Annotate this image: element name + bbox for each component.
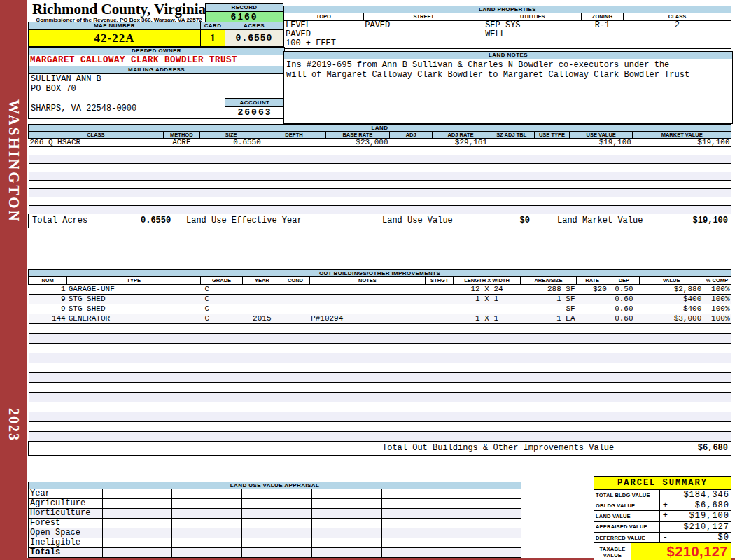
record-value: 6160 — [206, 12, 283, 22]
acres-value: 0.6550 — [225, 30, 283, 46]
land-header-row: CLASSMETHODSIZEDEPTHBASE RATEADJADJ RATE… — [29, 132, 732, 139]
owner-section: DEEDED OWNER MARGARET CALLOWAY CLARK BOW… — [28, 47, 285, 119]
empty-row — [29, 422, 732, 432]
county-header: Richmond County, Virginia Commissioner o… — [31, 1, 206, 23]
column-header: LENGTH X WIDTH — [454, 277, 520, 285]
account-box: ACCOUNT 26063 — [225, 98, 285, 118]
address-line: PO BOX 70 — [29, 84, 284, 94]
column-header: GRADE — [200, 277, 242, 285]
land-use-appraisal-title: LAND USE VALUE APPRAISAL — [29, 482, 522, 489]
record-box: RECORD 6160 — [205, 4, 284, 23]
parcel-summary-title: PARCEL SUMMARY — [594, 476, 732, 490]
empty-row — [29, 334, 732, 344]
land-use-effective-year-label: Land Use Effective Year — [186, 214, 302, 227]
column-header: ADJ — [390, 132, 433, 139]
land-use-appraisal-row: Horticulture — [29, 509, 522, 519]
column-header: BASE RATE — [326, 132, 389, 139]
parcel-summary-row: DEFERRED VALUE-$0 — [594, 533, 732, 543]
mailing-address-label: MAILING ADDRESS — [29, 66, 284, 74]
out-building-row: 144GENERATORC2015P#102941 X 11 EA0.60$3,… — [29, 314, 732, 324]
land-properties-header-row: TOPOSTREETUTILITIESZONINGCLASS — [284, 13, 732, 21]
land-properties-table: LAND PROPERTIES TOPOSTREETUTILITIESZONIN… — [284, 6, 732, 49]
parcel-summary-row: OBLDG VALUE+$6,680 — [594, 500, 732, 511]
parcel-summary-table: TOTAL BLDG VALUE$184,346OBLDG VALUE+$6,6… — [594, 489, 732, 543]
taxable-value: $210,127 — [631, 543, 731, 560]
card-label: CARD — [201, 22, 225, 30]
map-number-box: MAP NUMBER 42-22A — [28, 22, 201, 47]
land-notes-label: LAND NOTES — [284, 52, 732, 59]
map-number-value: 42-22A — [29, 30, 200, 46]
parcel-summary-row: TOTAL BLDG VALUE$184,346 — [594, 490, 732, 500]
sidebar: WASHINGTON 2023 — [0, 0, 27, 560]
empty-row — [29, 324, 732, 334]
land-properties-row: 100 + FEET — [284, 39, 732, 49]
land-totals-row: Total Acres 0.6550 Land Use Effective Ye… — [28, 214, 732, 228]
deeded-owner-value: MARGARET CALLOWAY CLARK BOWDLER TRUST — [29, 55, 284, 66]
total-acres-label: Total Acres — [32, 214, 88, 227]
empty-row — [29, 189, 732, 197]
parcel-summary-row: APPRAISED VALUE$210,127 — [594, 522, 732, 533]
column-header: AREA/SIZE — [520, 277, 576, 285]
total-acres-value: 0.6550 — [141, 214, 171, 227]
land-properties-row: LEVELPAVEDSEP SYSR-12 — [284, 21, 732, 31]
land-market-value-label: Land Market Value — [557, 214, 643, 227]
out-buildings-title: OUT BUILDINGS/OTHER IMPROVEMENTS — [29, 270, 732, 277]
column-header: STHGT — [426, 277, 454, 285]
parcel-summary-section: PARCEL SUMMARY TOTAL BLDG VALUE$184,346O… — [594, 476, 732, 560]
out-building-row: 9STG SHEDC1 X 11 SF0.60$400100% — [29, 295, 732, 304]
column-header: TYPE — [67, 277, 201, 285]
land-use-appraisal-row: Open Space — [29, 528, 522, 538]
empty-row — [29, 393, 732, 402]
empty-row — [29, 383, 732, 393]
acres-label: ACRES — [225, 22, 283, 30]
land-use-appraisal-row: Ineligible — [29, 538, 522, 548]
land-use-value-label: Land Use Value — [382, 214, 453, 227]
column-header: CLASS — [623, 13, 731, 21]
empty-row — [29, 197, 732, 206]
empty-row — [29, 363, 732, 373]
column-header: VALUE — [640, 277, 703, 285]
column-header: COND — [281, 277, 309, 285]
column-header: USE VALUE — [570, 132, 633, 139]
empty-row — [29, 344, 732, 354]
land-section: LAND CLASSMETHODSIZEDEPTHBASE RATEADJADJ… — [28, 124, 732, 228]
column-header: ADJ RATE — [433, 132, 489, 139]
empty-row — [29, 373, 732, 383]
land-notes-text: Ins #2019-695 from Ann B Sullivan & Char… — [284, 59, 732, 80]
column-header: % COMP — [703, 277, 731, 285]
land-market-value: $19,100 — [693, 214, 728, 227]
land-use-appraisal-table: LAND USE VALUE APPRAISAL YearAgriculture… — [28, 482, 522, 558]
out-buildings-total-label: Total Out Buildings & Other Improvements… — [382, 442, 614, 454]
column-header: MARKET VALUE — [633, 132, 732, 139]
taxable-value-label: TAXABLE VALUE — [594, 543, 631, 560]
column-header: UTILITIES — [484, 13, 581, 21]
account-value: 26063 — [225, 107, 284, 118]
card-box: CARD 1 — [200, 22, 225, 47]
column-header: ZONING — [581, 13, 623, 21]
land-notes-section: LAND NOTES Ins #2019-695 from Ann B Sull… — [284, 51, 733, 124]
column-header: NUM — [29, 277, 67, 285]
out-buildings-header-row: NUMTYPEGRADEYEARCONDNOTESSTHGTLENGTH X W… — [29, 277, 732, 285]
land-use-appraisal-row: Year — [29, 489, 522, 499]
column-header: METHOD — [163, 132, 200, 139]
record-label: RECORD — [206, 4, 283, 12]
empty-row — [29, 412, 732, 422]
out-building-row: 9STG SHEDCSF0.60$400100% — [29, 304, 732, 314]
column-header: SIZE — [200, 132, 262, 139]
empty-row — [29, 432, 732, 442]
land-table-title: LAND — [29, 125, 732, 132]
empty-row — [29, 147, 732, 155]
out-buildings-total-row: Total Out Buildings & Other Improvements… — [28, 441, 732, 456]
empty-row — [29, 172, 732, 181]
card-value: 1 — [201, 30, 225, 46]
column-header: NOTES — [309, 277, 426, 285]
land-properties-row: PAVEDWELL — [284, 30, 732, 39]
empty-row — [29, 181, 732, 189]
land-table: LAND CLASSMETHODSIZEDEPTHBASE RATEADJADJ… — [28, 124, 732, 214]
column-header: RATE — [577, 277, 608, 285]
sidebar-year-label: 2023 — [6, 408, 22, 442]
empty-row — [29, 164, 732, 172]
parcel-summary-row: LAND VALUE+$19,100 — [594, 511, 732, 522]
out-buildings-section: OUT BUILDINGS/OTHER IMPROVEMENTS NUMTYPE… — [28, 270, 732, 456]
column-header: CLASS — [29, 132, 164, 139]
